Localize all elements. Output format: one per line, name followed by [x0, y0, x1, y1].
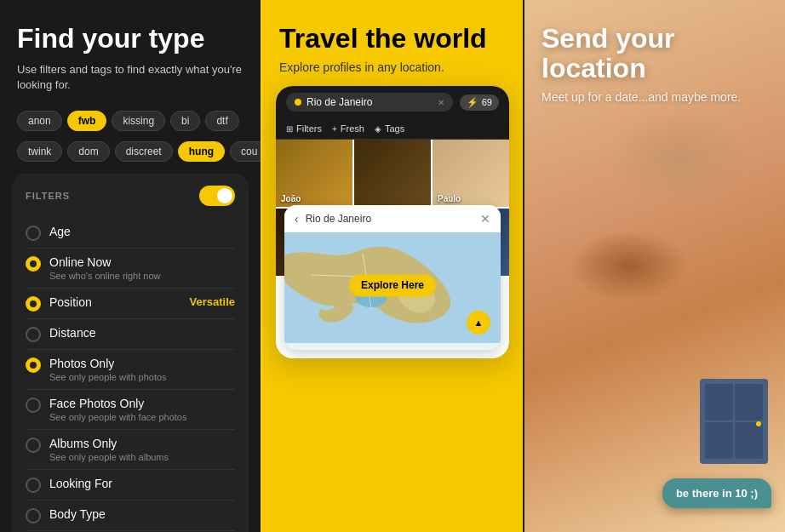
phone-top-bar: Rio de Janeiro ✕ ⚡ 69: [276, 86, 509, 118]
lightning-icon: ⚡: [467, 97, 478, 108]
filter-card: FILTERS Age Online Now See who's online …: [12, 174, 249, 532]
location-chip[interactable]: Rio de Janeiro ✕: [286, 93, 453, 112]
filter-face-name: Face Photos Only: [49, 397, 235, 410]
tag-fwb[interactable]: fwb: [67, 111, 107, 131]
door-knob: [756, 421, 761, 426]
filter-looking-radio[interactable]: [26, 478, 41, 493]
message-bubble: be there in 10 ;): [662, 478, 771, 508]
grid-cell-3[interactable]: Paulo: [433, 140, 509, 207]
person-name-1: João: [281, 194, 301, 203]
filter-face-desc: See only people with face photos: [49, 412, 235, 422]
plus-icon: +: [332, 124, 337, 134]
filter-photos-only[interactable]: Photos Only See only people with photos: [26, 350, 235, 390]
map-top-bar: ‹ Rio de Janeiro ✕: [284, 205, 501, 232]
tag-dtf[interactable]: dtf: [205, 111, 238, 131]
filter-distance[interactable]: Distance: [26, 319, 235, 350]
fresh-label: Fresh: [341, 123, 364, 134]
tags-row-1: anon fwb kissing bi dtf: [0, 106, 261, 136]
back-arrow-icon[interactable]: ‹: [295, 212, 299, 226]
navigation-arrow[interactable]: ▲: [467, 311, 490, 335]
door-panel-1: [705, 384, 733, 420]
filter-photos-desc: See only people with photos: [49, 372, 235, 382]
filter-face-text: Face Photos Only See only people with fa…: [49, 397, 235, 422]
filter-distance-name: Distance: [49, 326, 235, 340]
slider-icon: ⊞: [286, 124, 293, 134]
map-overlay: ‹ Rio de Janeiro ✕ Explor: [284, 205, 501, 350]
filter-online-text: Online Now See who's online right now: [49, 255, 235, 281]
filter-looking-name: Looking For: [49, 477, 235, 490]
count-number: 69: [482, 97, 492, 107]
tag-twink[interactable]: twink: [17, 141, 62, 162]
door-illustration: [700, 379, 768, 464]
tag-anon[interactable]: anon: [17, 111, 62, 131]
panel3-title: Send your location: [541, 24, 768, 83]
filter-position[interactable]: Position Versatile: [26, 289, 235, 319]
filter-albums-desc: See only people with albums: [49, 452, 235, 462]
panel1-subtitle: Use filters and tags to find exactly wha…: [17, 62, 244, 93]
person-name-3: Paulo: [438, 194, 461, 203]
tag-dom[interactable]: dom: [67, 141, 109, 162]
tags-row-2: twink dom discreet hung cou: [0, 136, 261, 167]
filter-header: FILTERS: [26, 186, 235, 206]
location-close-icon[interactable]: ✕: [438, 98, 444, 107]
filter-age[interactable]: Age: [26, 218, 235, 249]
map-city-label: Rio de Janeiro: [306, 213, 371, 225]
location-text: Rio de Janeiro: [307, 96, 372, 108]
tag-kissing[interactable]: kissing: [112, 111, 165, 131]
filter-position-text: Position: [49, 295, 181, 309]
filter-position-value: Versatile: [190, 295, 236, 308]
filter-face-radio[interactable]: [26, 398, 41, 413]
panel3-header: Send your location Meet up for a date...…: [541, 24, 768, 104]
filters-toggle[interactable]: [199, 186, 235, 206]
filter-albums-name: Albums Only: [49, 437, 235, 450]
filter-online-name: Online Now: [49, 255, 235, 269]
door-panel-3: [705, 422, 733, 459]
filter-chip-filters[interactable]: ⊞ Filters: [286, 123, 322, 134]
filter-photos-name: Photos Only: [49, 357, 235, 370]
filters-label: FILTERS: [26, 191, 70, 201]
tag-icon: ◈: [375, 124, 381, 134]
tag-hung[interactable]: hung: [178, 141, 225, 162]
filter-albums-radio[interactable]: [26, 438, 41, 453]
panel-find-type: Find your type Use filters and tags to f…: [0, 0, 261, 532]
filter-online-now[interactable]: Online Now See who's online right now: [26, 249, 235, 289]
filter-online-radio[interactable]: [26, 256, 41, 272]
panel-send-location: Send your location Meet up for a date...…: [523, 0, 785, 532]
filter-position-name: Position: [49, 295, 181, 309]
filter-looking-text: Looking For: [49, 477, 235, 490]
count-badge: ⚡ 69: [460, 94, 499, 111]
location-dot-icon: [295, 99, 301, 106]
filter-distance-radio[interactable]: [26, 327, 41, 342]
filter-photos-radio[interactable]: [26, 358, 41, 373]
filter-chip-tags[interactable]: ◈ Tags: [375, 123, 404, 134]
phone-filter-bar: ⊞ Filters + Fresh ◈ Tags: [276, 118, 509, 140]
filter-age-radio[interactable]: [26, 226, 41, 241]
grid-cell-2[interactable]: [354, 140, 431, 207]
tag-cou[interactable]: cou: [230, 141, 261, 162]
panel2-header: Travel the world Explore profiles in any…: [262, 0, 523, 86]
filter-photos-text: Photos Only See only people with photos: [49, 357, 235, 382]
tag-bi[interactable]: bi: [170, 111, 200, 131]
grid-cell-1[interactable]: João: [276, 140, 352, 207]
map-close-icon[interactable]: ✕: [480, 212, 490, 226]
panel2-title: Travel the world: [279, 24, 506, 54]
filter-body-name: Body Type: [49, 507, 235, 521]
panel1-title: Find your type: [17, 24, 244, 54]
filter-body-radio[interactable]: [26, 508, 41, 523]
arrow-icon: ▲: [474, 317, 484, 328]
panel-travel: Travel the world Explore profiles in any…: [261, 0, 523, 532]
tag-discreet[interactable]: discreet: [115, 141, 173, 162]
phone-mockup: Rio de Janeiro ✕ ⚡ 69 ⊞ Filters + Fresh …: [276, 86, 509, 358]
filter-body-type[interactable]: Body Type: [26, 501, 235, 531]
filter-looking-for[interactable]: Looking For: [26, 470, 235, 501]
panel3-subtitle: Meet up for a date...and maybe more.: [541, 90, 768, 104]
filter-online-desc: See who's online right now: [49, 271, 235, 281]
filter-age-name: Age: [49, 225, 235, 238]
filter-position-radio[interactable]: [26, 296, 41, 312]
door-panel-4: [735, 422, 763, 459]
filter-face-photos[interactable]: Face Photos Only See only people with fa…: [26, 390, 235, 430]
filter-albums[interactable]: Albums Only See only people with albums: [26, 430, 235, 470]
explore-here-button[interactable]: Explore Here: [349, 275, 436, 297]
panel1-header: Find your type Use filters and tags to f…: [0, 0, 261, 106]
filter-chip-fresh[interactable]: + Fresh: [332, 123, 364, 134]
